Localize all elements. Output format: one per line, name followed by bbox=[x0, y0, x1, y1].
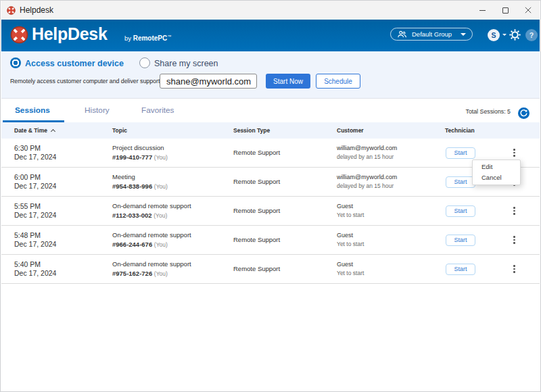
col-topic: Topic bbox=[112, 127, 233, 134]
col-session-type: Session Type bbox=[233, 127, 337, 134]
start-session-button[interactable]: Start bbox=[446, 147, 475, 159]
row-time: 5:40 PM bbox=[14, 260, 112, 270]
tab-favorites[interactable]: Favorites bbox=[141, 105, 174, 116]
table-row: 5:55 PMDec 17, 2024 On-demand remote sup… bbox=[1, 197, 540, 226]
start-session-button[interactable]: Start bbox=[446, 235, 475, 246]
radio-share-label[interactable]: Share my screen bbox=[154, 59, 218, 68]
connect-section: Access customer device Share my screen R… bbox=[1, 51, 540, 99]
row-session-type: Remote Support bbox=[233, 177, 337, 187]
brand-byline: by RemotePC™ bbox=[124, 34, 171, 42]
menu-item-edit[interactable]: Edit bbox=[473, 162, 520, 172]
total-sessions-count: Total Sessions: 5 bbox=[465, 108, 511, 115]
row-status: Yet to start bbox=[337, 269, 445, 278]
schedule-button[interactable]: Schedule bbox=[316, 74, 360, 89]
radio-share-my-screen[interactable] bbox=[139, 57, 150, 68]
row-date: Dec 17, 2024 bbox=[14, 240, 112, 249]
tab-sessions[interactable]: Sessions bbox=[15, 105, 50, 116]
refresh-icon[interactable] bbox=[518, 107, 530, 119]
title-bar: Helpdesk bbox=[1, 1, 540, 20]
window-title: Helpdesk bbox=[20, 5, 53, 15]
col-technician: Technician bbox=[445, 127, 502, 134]
account-caret-icon[interactable] bbox=[502, 34, 507, 36]
row-time: 5:48 PM bbox=[14, 231, 112, 241]
row-customer: william@myworld.com bbox=[337, 144, 445, 153]
col-date-time[interactable]: Date & Time bbox=[14, 127, 112, 134]
row-topic: On-demand remote support bbox=[112, 201, 233, 211]
start-session-button[interactable]: Start bbox=[446, 264, 475, 275]
row-session-id: #966-244-676 bbox=[112, 241, 152, 248]
row-date: Dec 17, 2024 bbox=[14, 269, 112, 278]
maximize-button[interactable] bbox=[494, 1, 517, 20]
table-row: 5:40 PMDec 17, 2024 On-demand remote sup… bbox=[1, 255, 540, 284]
app-header: HelpDesk by RemotePC™ Default Group S ? bbox=[1, 20, 540, 51]
row-status: delayed by an 15 hour bbox=[337, 182, 445, 191]
maximize-icon bbox=[502, 7, 509, 14]
app-lifebuoy-icon bbox=[7, 6, 16, 15]
row-session-id: #975-162-726 bbox=[112, 270, 152, 277]
table-header: Date & Time Topic Session Type Customer … bbox=[1, 122, 540, 139]
row-owner: (You) bbox=[154, 183, 168, 190]
row-topic: Meeting bbox=[112, 172, 233, 182]
group-selector-label: Default Group bbox=[412, 30, 452, 38]
radio-access-customer-device[interactable] bbox=[10, 57, 21, 68]
row-status: Yet to start bbox=[337, 240, 445, 249]
menu-item-cancel[interactable]: Cancel bbox=[473, 172, 520, 183]
start-session-button[interactable]: Start bbox=[446, 205, 475, 217]
minimize-button[interactable] bbox=[471, 1, 494, 20]
row-customer: Guest bbox=[337, 260, 445, 270]
byline-by: by bbox=[124, 34, 131, 42]
row-owner: (You) bbox=[154, 154, 168, 161]
table-row: 6:30 PMDec 17, 2024 Project discussion#1… bbox=[1, 139, 540, 168]
customer-email-input[interactable]: shane@myworld.com bbox=[160, 74, 257, 89]
help-button[interactable]: ? bbox=[525, 29, 538, 41]
row-context-menu: Edit Cancel bbox=[472, 160, 521, 185]
row-session-id: #112-033-002 bbox=[112, 212, 152, 219]
group-people-icon bbox=[397, 30, 407, 39]
row-topic: On-demand remote support bbox=[112, 230, 233, 240]
row-topic: Project discussion bbox=[112, 143, 233, 153]
tab-history[interactable]: History bbox=[85, 105, 110, 116]
close-icon bbox=[525, 7, 532, 14]
byline-brand: RemotePC bbox=[133, 34, 168, 42]
row-customer: Guest bbox=[337, 202, 445, 212]
brand-title: HelpDesk bbox=[32, 25, 108, 43]
row-date: Dec 17, 2024 bbox=[14, 211, 112, 220]
row-owner: (You) bbox=[154, 241, 168, 248]
minimize-icon bbox=[479, 10, 486, 11]
row-menu-kebab-icon[interactable] bbox=[510, 236, 519, 244]
table-row: 6:00 PMDec 17, 2024 Meeting#954-838-996 … bbox=[1, 168, 540, 197]
row-owner: (You) bbox=[154, 270, 168, 277]
row-time: 6:00 PM bbox=[14, 173, 112, 182]
col-customer: Customer bbox=[337, 127, 445, 134]
row-topic: On-demand remote support bbox=[112, 260, 233, 269]
row-session-type: Remote Support bbox=[233, 235, 337, 245]
row-session-id: #954-838-996 bbox=[112, 182, 152, 190]
row-menu-kebab-icon[interactable] bbox=[510, 207, 519, 215]
row-session-type: Remote Support bbox=[233, 264, 337, 274]
row-menu-kebab-icon[interactable] bbox=[510, 265, 519, 273]
row-status: Yet to start bbox=[337, 211, 445, 220]
row-date: Dec 17, 2024 bbox=[14, 153, 112, 162]
settings-gear-icon[interactable] bbox=[509, 28, 521, 41]
row-session-type: Remote Support bbox=[233, 206, 337, 216]
row-owner: (You) bbox=[154, 212, 167, 219]
close-button[interactable] bbox=[517, 1, 540, 20]
helpdesk-logo-icon bbox=[10, 26, 28, 44]
byline-tm: ™ bbox=[167, 34, 171, 39]
row-session-type: Remote Support bbox=[233, 148, 337, 157]
table-row: 5:48 PMDec 17, 2024 On-demand remote sup… bbox=[1, 226, 540, 255]
group-caret-icon bbox=[461, 33, 466, 36]
row-customer: william@myworld.com bbox=[337, 173, 445, 182]
tabs-bar: Sessions History Favorites Total Session… bbox=[1, 99, 540, 122]
row-date: Dec 17, 2024 bbox=[14, 182, 112, 191]
row-status: delayed by an 15 hour bbox=[337, 153, 445, 162]
group-selector[interactable]: Default Group bbox=[390, 28, 473, 41]
start-session-button[interactable]: Start bbox=[446, 176, 475, 188]
row-customer: Guest bbox=[337, 231, 445, 241]
radio-access-label[interactable]: Access customer device bbox=[25, 59, 124, 68]
row-menu-kebab-icon[interactable] bbox=[510, 149, 519, 157]
support-description: Remotely access customer computer and de… bbox=[10, 78, 160, 84]
start-now-button[interactable]: Start Now bbox=[266, 74, 310, 89]
account-avatar[interactable]: S bbox=[488, 29, 500, 41]
sort-asc-icon bbox=[51, 129, 55, 134]
